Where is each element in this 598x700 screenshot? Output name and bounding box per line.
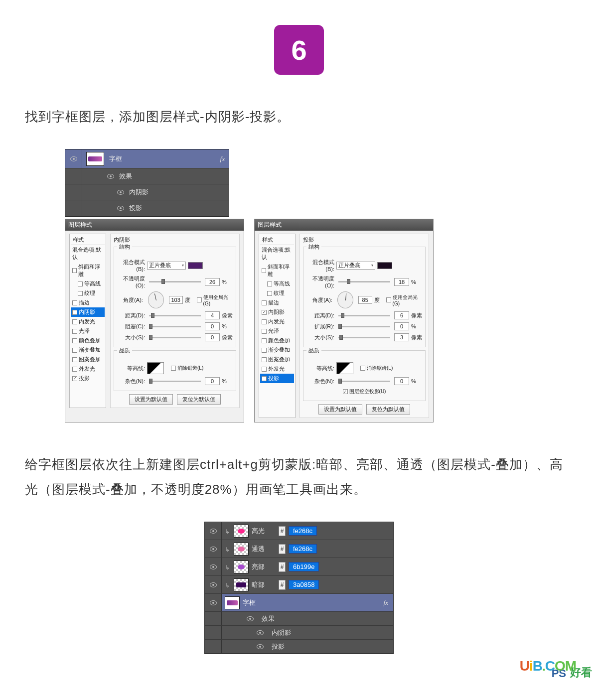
style-item-texture[interactable]: 纹理 bbox=[71, 288, 105, 298]
opacity-slider[interactable] bbox=[149, 281, 201, 282]
visibility-eye-icon[interactable] bbox=[107, 174, 114, 179]
checkbox-icon[interactable] bbox=[171, 366, 176, 371]
style-item-color-overlay[interactable]: 颜色叠加 bbox=[260, 336, 294, 345]
reset-default-button[interactable]: 复位为默认值 bbox=[366, 404, 410, 415]
set-default-button[interactable]: 设置为默认值 bbox=[318, 404, 362, 415]
angle-input[interactable]: 103 bbox=[169, 296, 183, 304]
noise-input[interactable]: 0 bbox=[205, 377, 220, 385]
visibility-eye-icon[interactable] bbox=[117, 190, 124, 195]
checkbox-icon[interactable]: ✓ bbox=[262, 376, 267, 381]
reset-default-button[interactable]: 复位为默认值 bbox=[177, 394, 221, 405]
size-input[interactable]: 3 bbox=[394, 333, 409, 341]
style-item-drop-shadow[interactable]: ✓投影 bbox=[71, 374, 105, 383]
checkbox-icon[interactable] bbox=[262, 319, 267, 324]
style-item-pattern-overlay[interactable]: 图案叠加 bbox=[71, 355, 105, 364]
layer-row-effects[interactable]: 效果 bbox=[65, 168, 229, 184]
visibility-eye-icon[interactable] bbox=[247, 616, 254, 621]
noise-slider[interactable] bbox=[338, 381, 390, 382]
layer-row-inner-shadow[interactable]: 内阴影 bbox=[205, 626, 393, 640]
layer-row-toutоu[interactable]: ↳ 通透 # fe268c bbox=[205, 540, 393, 558]
style-item-contour[interactable]: 等高线 bbox=[260, 279, 294, 288]
layer-row-dark[interactable]: ↳ 暗部 # 3a0858 bbox=[205, 576, 393, 594]
visibility-eye-icon[interactable] bbox=[210, 529, 217, 534]
size-slider[interactable] bbox=[338, 337, 390, 338]
style-item-texture[interactable]: 纹理 bbox=[260, 288, 294, 298]
style-item-inner-shadow[interactable]: ✓内阴影 bbox=[260, 307, 294, 317]
knockout-checkbox[interactable]: ✓图层挖空投影(U) bbox=[343, 388, 386, 395]
choke-slider[interactable] bbox=[149, 326, 201, 327]
checkbox-icon[interactable] bbox=[72, 367, 77, 372]
layer-row-effects[interactable]: 效果 bbox=[205, 612, 393, 626]
style-item-drop-shadow[interactable]: ✓投影 bbox=[260, 374, 294, 383]
checkbox-icon[interactable] bbox=[72, 338, 77, 343]
contour-swatch[interactable] bbox=[336, 362, 353, 374]
checkbox-icon[interactable] bbox=[72, 268, 77, 273]
angle-dial[interactable] bbox=[337, 291, 353, 308]
checkbox-icon[interactable] bbox=[386, 297, 391, 302]
visibility-eye-icon[interactable] bbox=[70, 156, 77, 161]
visibility-eye-icon[interactable] bbox=[210, 564, 217, 569]
layer-row-inner-shadow[interactable]: 内阴影 bbox=[65, 184, 229, 200]
style-item-satin[interactable]: 光泽 bbox=[71, 326, 105, 336]
distance-input[interactable]: 4 bbox=[205, 311, 220, 319]
style-item-outer-glow[interactable]: 外发光 bbox=[260, 364, 294, 374]
style-item-grad-overlay[interactable]: 渐变叠加 bbox=[260, 345, 294, 355]
layer-row-drop-shadow[interactable]: 投影 bbox=[65, 200, 229, 216]
hex-input[interactable]: fe268c bbox=[289, 544, 317, 554]
checkbox-icon[interactable] bbox=[78, 281, 83, 286]
style-item-bevel[interactable]: 斜面和浮雕 bbox=[71, 262, 105, 279]
style-item-color-overlay[interactable]: 颜色叠加 bbox=[71, 336, 105, 345]
checkbox-icon[interactable] bbox=[72, 357, 77, 362]
style-item-outer-glow[interactable]: 外发光 bbox=[71, 364, 105, 374]
visibility-eye-icon[interactable] bbox=[210, 547, 217, 552]
noise-input[interactable]: 0 bbox=[394, 377, 409, 385]
layer-row-drop-shadow[interactable]: 投影 bbox=[205, 640, 393, 654]
checkbox-icon[interactable] bbox=[78, 291, 83, 296]
checkbox-icon[interactable] bbox=[197, 297, 201, 302]
antialias-checkbox[interactable]: 消除锯齿(L) bbox=[171, 365, 203, 372]
style-item-bevel[interactable]: 斜面和浮雕 bbox=[260, 262, 294, 279]
style-item-blend-default[interactable]: 混合选项:默认 bbox=[260, 245, 294, 262]
visibility-eye-icon[interactable] bbox=[257, 630, 264, 635]
global-light-checkbox[interactable]: 使用全局光(G) bbox=[197, 294, 233, 306]
layer-row-main[interactable]: 字框 fx bbox=[65, 149, 229, 168]
checkbox-icon[interactable] bbox=[262, 338, 267, 343]
angle-dial[interactable] bbox=[148, 291, 164, 308]
size-input[interactable]: 0 bbox=[205, 333, 220, 341]
contour-swatch[interactable] bbox=[147, 362, 164, 374]
hex-input[interactable]: fe268c bbox=[289, 526, 317, 536]
checkbox-icon[interactable] bbox=[72, 348, 77, 353]
checkbox-icon[interactable] bbox=[360, 366, 365, 371]
visibility-eye-icon[interactable] bbox=[210, 582, 217, 587]
size-slider[interactable] bbox=[149, 337, 201, 338]
color-swatch[interactable] bbox=[188, 262, 203, 269]
style-item-stroke[interactable]: 描边 bbox=[71, 298, 105, 307]
style-item-satin[interactable]: 光泽 bbox=[260, 326, 294, 336]
style-item-pattern-overlay[interactable]: 图案叠加 bbox=[260, 355, 294, 364]
checkbox-icon[interactable]: ✓ bbox=[72, 376, 77, 381]
checkbox-icon[interactable] bbox=[72, 319, 77, 324]
checkbox-icon[interactable]: ✓ bbox=[343, 389, 348, 394]
set-default-button[interactable]: 设置为默认值 bbox=[129, 394, 173, 405]
checkbox-icon[interactable]: ✓ bbox=[262, 310, 267, 315]
opacity-input[interactable]: 18 bbox=[394, 278, 409, 286]
style-item-contour[interactable]: 等高线 bbox=[71, 279, 105, 288]
angle-input[interactable]: 85 bbox=[358, 296, 372, 304]
opacity-input[interactable]: 26 bbox=[205, 278, 220, 286]
visibility-eye-icon[interactable] bbox=[257, 644, 264, 649]
layer-row-light[interactable]: ↳ 亮部 # 6b199e bbox=[205, 558, 393, 576]
style-item-inner-glow[interactable]: 内发光 bbox=[260, 317, 294, 326]
checkbox-icon[interactable] bbox=[72, 329, 77, 334]
hex-input[interactable]: 3a0858 bbox=[289, 580, 319, 589]
layer-row-base[interactable]: 字框 fx bbox=[205, 594, 393, 612]
distance-slider[interactable] bbox=[338, 315, 390, 316]
layer-row-highlight[interactable]: ↳ 高光 # fe268c bbox=[205, 522, 393, 540]
visibility-eye-icon[interactable] bbox=[117, 206, 124, 211]
fx-badge[interactable]: fx bbox=[384, 599, 393, 607]
style-item-grad-overlay[interactable]: 渐变叠加 bbox=[71, 345, 105, 355]
color-swatch[interactable] bbox=[377, 262, 392, 269]
checkbox-icon[interactable] bbox=[267, 281, 272, 286]
checkbox-icon[interactable] bbox=[262, 357, 267, 362]
checkbox-icon[interactable] bbox=[262, 348, 267, 353]
checkbox-icon[interactable] bbox=[262, 367, 267, 372]
